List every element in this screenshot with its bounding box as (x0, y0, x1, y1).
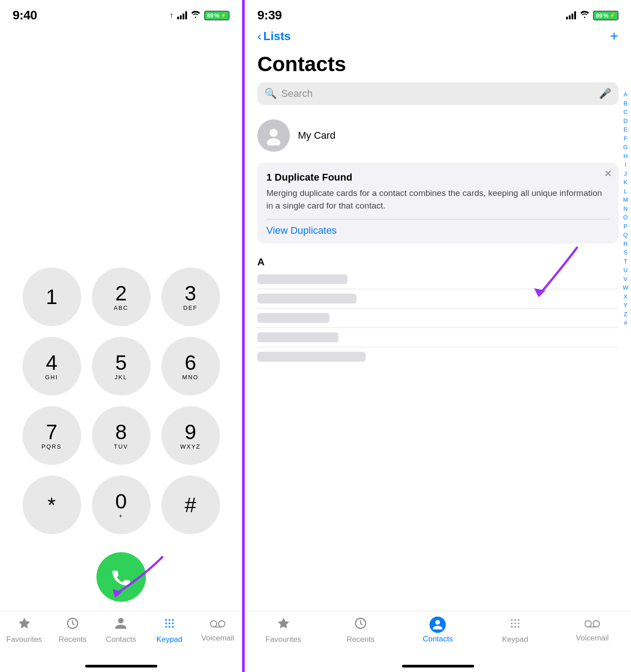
wifi-icon (191, 11, 201, 20)
right-voicemail-icon (585, 617, 600, 632)
alpha-H[interactable]: H (623, 152, 627, 161)
section-letter-a: A (245, 253, 631, 270)
call-button[interactable] (96, 552, 146, 602)
dial-button-6[interactable]: 6MNO (161, 337, 220, 395)
dial-button-4[interactable]: 4GHI (23, 337, 81, 395)
dial-number: 8 (115, 422, 127, 442)
mic-icon[interactable]: 🎤 (599, 88, 611, 100)
left-status-icons: ↑ 89% ⚡ (169, 11, 229, 20)
alpha-D[interactable]: D (623, 117, 627, 126)
tab-voicemail[interactable]: Voicemail (200, 617, 236, 643)
home-indicator (85, 665, 157, 667)
right-tab-contacts[interactable]: Contacts (420, 617, 456, 644)
alpha-Q[interactable]: Q (623, 231, 628, 240)
table-row[interactable] (245, 270, 631, 289)
alpha-E[interactable]: E (624, 125, 628, 134)
right-status-icons: 89% ⚡ (566, 11, 618, 20)
alpha-G[interactable]: G (623, 143, 628, 152)
right-time: 9:39 (257, 8, 282, 23)
chevron-left-icon: ‹ (257, 29, 261, 44)
dial-button-#[interactable]: # (161, 476, 220, 534)
dial-button-9[interactable]: 9WXYZ (161, 406, 220, 465)
dial-letters: GHI (45, 374, 58, 381)
alpha-X[interactable]: X (624, 292, 628, 301)
contact-list (245, 270, 631, 366)
alpha-Z[interactable]: Z (624, 310, 627, 319)
alpha-#[interactable]: # (624, 318, 627, 327)
alpha-R[interactable]: R (623, 240, 627, 249)
alpha-B[interactable]: B (624, 99, 628, 108)
right-tab-recents[interactable]: Recents (343, 617, 379, 644)
table-row[interactable] (245, 347, 631, 366)
right-battery-icon: 89% ⚡ (593, 11, 618, 20)
alpha-W[interactable]: W (623, 283, 628, 292)
dial-button-*[interactable]: * (23, 476, 81, 534)
dial-button-5[interactable]: 5JKL (92, 337, 151, 395)
dial-button-2[interactable]: 2ABC (92, 268, 151, 326)
tab-recents[interactable]: Recents (55, 617, 91, 644)
alpha-F[interactable]: F (624, 134, 627, 143)
alpha-M[interactable]: M (623, 195, 628, 204)
right-tab-voicemail[interactable]: Voicemail (574, 617, 610, 643)
add-contact-button[interactable]: + (610, 28, 618, 45)
svg-point-9 (169, 626, 170, 628)
alpha-O[interactable]: O (623, 213, 628, 222)
contacts-nav: ‹ Lists + (245, 24, 631, 48)
dial-number: * (48, 495, 56, 515)
alpha-U[interactable]: U (623, 266, 627, 275)
right-favourites-icon (277, 617, 290, 633)
right-keypad-label: Keypad (502, 635, 528, 644)
right-recents-icon (354, 617, 367, 633)
my-card-row[interactable]: My Card (245, 112, 631, 159)
right-recents-label: Recents (347, 635, 375, 644)
table-row[interactable] (245, 328, 631, 347)
alpha-J[interactable]: J (624, 169, 627, 178)
table-row[interactable] (245, 289, 631, 308)
alpha-L[interactable]: L (624, 187, 627, 196)
alpha-S[interactable]: S (624, 248, 628, 257)
contacts-icon (114, 617, 128, 633)
keypad-label: Keypad (156, 635, 183, 644)
close-button[interactable]: ✕ (604, 168, 612, 180)
right-tab-keypad[interactable]: Keypad (497, 617, 533, 644)
alpha-C[interactable]: C (623, 108, 627, 117)
right-keypad-icon (508, 617, 522, 633)
dial-button-7[interactable]: 7PQRS (23, 406, 81, 465)
duplicate-description: Merging duplicate cards for a contact co… (266, 187, 609, 212)
dialer-grid: 12ABC3DEF4GHI5JKL6MNO7PQRS8TUV9WXYZ*0+# (23, 268, 220, 534)
alpha-T[interactable]: T (624, 257, 627, 266)
svg-point-15 (267, 138, 280, 145)
alpha-N[interactable]: N (623, 204, 627, 213)
dial-button-3[interactable]: 3DEF (161, 268, 220, 326)
back-button[interactable]: ‹ Lists (257, 29, 291, 44)
right-tab-favourites[interactable]: Favourites (265, 617, 302, 644)
alpha-K[interactable]: K (624, 178, 628, 187)
alpha-Y[interactable]: Y (624, 301, 628, 310)
alpha-A[interactable]: A (624, 90, 628, 99)
view-duplicates-link[interactable]: View Duplicates (266, 225, 337, 236)
alpha-V[interactable]: V (624, 275, 628, 284)
alpha-P[interactable]: P (624, 222, 628, 231)
dial-letters: JKL (114, 374, 127, 381)
dial-letters: DEF (183, 304, 198, 311)
right-contacts-label: Contacts (423, 635, 453, 644)
dial-number: 5 (115, 352, 127, 373)
search-bar[interactable]: 🔍 Search 🎤 (257, 82, 618, 105)
right-wifi-icon (580, 11, 590, 20)
tab-favourites[interactable]: Favourites (6, 617, 42, 644)
left-phone-panel: 9:40 ↑ 89% ⚡ 12ABC3DEF4GHI5JKL6MNO7PQRS8… (0, 0, 243, 672)
tab-contacts[interactable]: Contacts (103, 617, 139, 644)
dial-button-1[interactable]: 1 (23, 268, 81, 326)
contacts-label: Contacts (106, 635, 136, 644)
dial-button-8[interactable]: 8TUV (92, 406, 151, 465)
table-row[interactable] (245, 309, 631, 327)
svg-point-3 (169, 619, 170, 621)
dial-button-0[interactable]: 0+ (92, 476, 151, 534)
dial-letters: ABC (114, 304, 128, 311)
svg-point-22 (514, 622, 516, 624)
back-label[interactable]: Lists (263, 29, 291, 43)
svg-point-2 (165, 619, 167, 621)
tab-keypad[interactable]: Keypad (151, 617, 187, 644)
alpha-I[interactable]: I (625, 160, 626, 169)
right-contacts-icon (430, 617, 446, 633)
